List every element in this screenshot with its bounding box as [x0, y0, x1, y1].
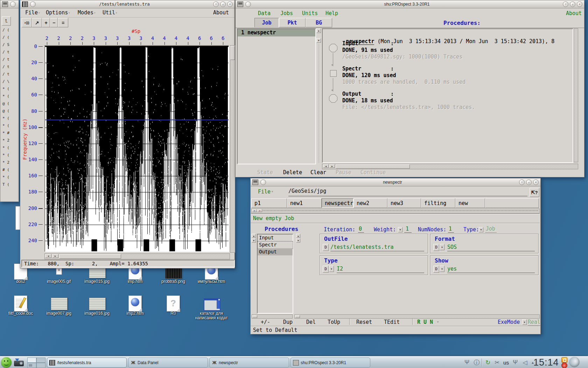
default-button[interactable]: D — [433, 266, 439, 273]
pager-desktop-1[interactable] — [27, 357, 36, 363]
tab-filting[interactable]: filting — [421, 198, 455, 208]
close-button[interactable] — [227, 1, 233, 7]
button-del[interactable]: Del — [306, 319, 316, 325]
scroll-up-button[interactable]: ▴ — [296, 234, 300, 238]
default-button[interactable]: D — [323, 266, 329, 273]
scroll-left-button[interactable]: ◂ — [45, 254, 51, 258]
maximize-button[interactable] — [570, 1, 575, 7]
task-button[interactable]: Жnewspectr — [209, 357, 289, 368]
field-value[interactable]: yes — [447, 266, 535, 273]
exemode-value[interactable]: Real — [528, 319, 540, 326]
desktop-icon[interactable] — [48, 295, 69, 312]
tab-new2[interactable]: new2 — [354, 198, 387, 208]
left-panel-titlebar[interactable] — [0, 0, 19, 8]
clock[interactable]: 15:14 — [533, 357, 560, 368]
detail-vscrollbar[interactable] — [574, 28, 578, 162]
list-item[interactable]: / t — [2, 64, 9, 69]
list-item[interactable]: * ( — [2, 175, 9, 179]
usb-icon[interactable]: Ψ — [463, 358, 471, 367]
menu-about[interactable]: About — [566, 10, 582, 16]
list-item[interactable]: * ( — [2, 87, 9, 91]
detail-mini-scrollbar[interactable]: ▴ ▾ — [316, 28, 321, 164]
tab-job[interactable]: Job — [254, 18, 279, 27]
list-item[interactable]: / t — [2, 57, 9, 62]
menu-options[interactable]: Options▿ — [46, 9, 70, 16]
list-item[interactable]: / t — [2, 72, 9, 76]
list-item[interactable]: * ( — [2, 116, 9, 121]
list-hscrollbar[interactable] — [252, 314, 293, 319]
updates-icon[interactable]: ↻ — [484, 358, 492, 367]
list-item[interactable]: / ( — [2, 28, 9, 32]
list-item[interactable]: @ ( — [2, 101, 9, 106]
button-[interactable]: +/- — [261, 319, 270, 325]
klipper-icon[interactable]: ✂ — [493, 358, 501, 367]
list-item[interactable]: * 2 — [2, 138, 9, 143]
menu-help[interactable]: Help — [326, 10, 338, 16]
menu-units[interactable]: Units — [302, 10, 318, 16]
window-menu-button[interactable] — [260, 179, 266, 185]
task-button[interactable]: shu:PROspect 3.3-20R1 — [290, 357, 370, 368]
scroll-up-button[interactable]: ▴ — [316, 28, 321, 33]
fields-hscrollbar[interactable] — [294, 314, 540, 319]
list-item[interactable]: / t — [2, 50, 9, 54]
fields-scroll-strip[interactable]: ▴ ▾ — [296, 234, 301, 312]
list-item[interactable]: * 2 — [2, 160, 9, 165]
button-tedit[interactable]: TEdit — [384, 319, 400, 325]
shade-button[interactable] — [519, 179, 525, 185]
wave-titlebar[interactable]: /tests/lenatests.tra — [20, 0, 234, 8]
pager-desktop-4[interactable] — [36, 363, 46, 368]
type-dropdown[interactable]: ▼ — [479, 227, 483, 232]
procedure-item-input[interactable]: Input — [258, 234, 293, 241]
menu-file[interactable]: File▿ — [25, 9, 40, 16]
shade-button[interactable] — [563, 1, 568, 7]
list-item[interactable]: * # — [2, 131, 9, 135]
close-button[interactable] — [577, 1, 582, 7]
list-item[interactable]: # ( — [2, 168, 9, 172]
procedure-list[interactable]: InputSpectrOutput — [257, 234, 293, 314]
field-value[interactable]: I2 — [337, 266, 424, 273]
newspectr-titlebar[interactable]: newspectr — [251, 178, 540, 186]
run-button[interactable]: R U N — [417, 319, 433, 325]
procedure-item-output[interactable]: Output — [258, 248, 293, 255]
toolbar-button-zigzag[interactable]: ↗ — [32, 18, 42, 27]
desktop-icon[interactable] — [125, 295, 146, 312]
list-item[interactable]: * ( — [2, 153, 9, 157]
numnodes-value[interactable]: 1 — [448, 226, 454, 233]
hscroll-thumb[interactable] — [336, 164, 410, 169]
list-item[interactable]: T ( — [2, 182, 9, 187]
job-list[interactable]: 1 newspectr — [237, 28, 316, 164]
button-toup[interactable]: ToUp — [328, 319, 340, 325]
keyboard-layout-icon[interactable]: us — [502, 358, 510, 367]
tab-pkt[interactable]: Pkt — [279, 18, 306, 27]
iteration-value[interactable]: 0 — [358, 226, 364, 233]
list-item[interactable]: @ ( — [2, 109, 9, 113]
toolbar-button-plus[interactable]: + — [42, 18, 50, 27]
launcher-button[interactable] — [1, 357, 12, 368]
tab-bg[interactable]: BG — [306, 18, 332, 27]
lock-icon[interactable] — [561, 357, 567, 363]
shutdown-icon[interactable]: ○ — [561, 362, 567, 368]
vscroll-thumb[interactable] — [230, 46, 235, 60]
field-dropdown[interactable]: ▼ — [440, 244, 444, 250]
list-item[interactable]: * ( — [2, 94, 9, 98]
action-clear[interactable]: Clear — [310, 169, 326, 176]
type-value[interactable]: Job — [485, 226, 497, 233]
hscroll-thumb[interactable] — [295, 315, 300, 318]
field-dropdown[interactable]: ▼ — [329, 266, 334, 272]
field-value[interactable]: /tests/lenatests.tra — [330, 244, 424, 251]
spectrogram-canvas[interactable] — [45, 46, 229, 251]
list-item[interactable]: / ( — [2, 35, 9, 40]
action-delete[interactable]: Delete — [283, 169, 302, 176]
toolbar-button-wave[interactable]: »))) — [22, 18, 32, 27]
desktop-icon[interactable] — [201, 295, 222, 312]
info-icon[interactable]: ⓘ — [472, 358, 481, 367]
window-menu-button[interactable] — [10, 1, 16, 7]
weight-value[interactable]: 1 — [404, 226, 412, 233]
scroll-track[interactable] — [318, 44, 320, 163]
screenshot-tool-icon[interactable] — [14, 359, 24, 366]
maximize-button[interactable] — [526, 179, 532, 185]
volume-icon[interactable]: ◁ — [521, 358, 529, 367]
job-list-item[interactable]: 1 newspectr — [238, 29, 315, 36]
menu-util[interactable]: Util▿ — [103, 9, 117, 16]
window-menu-button[interactable] — [245, 1, 251, 7]
